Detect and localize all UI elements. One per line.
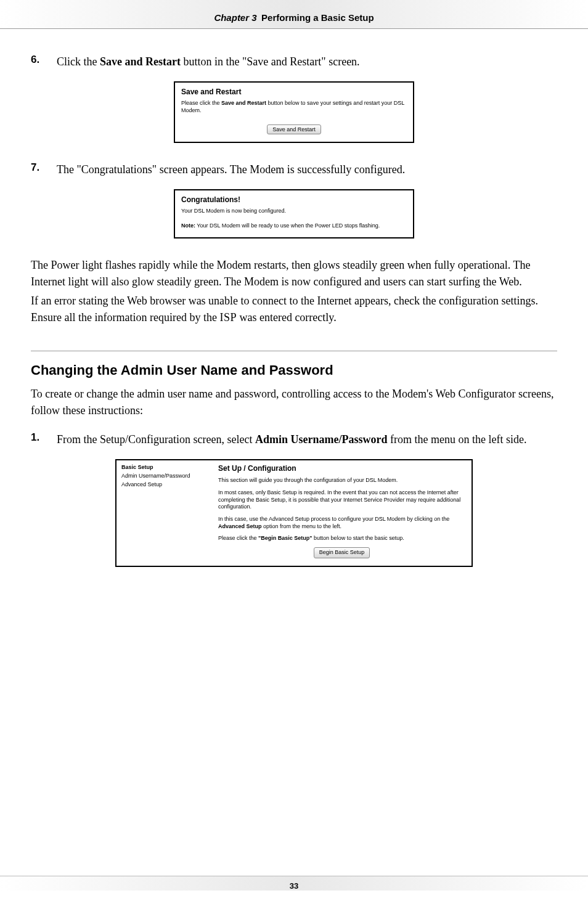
panel-title: Set Up / Configuration: [218, 464, 465, 474]
step-1: 1. From the Setup/Configuration screen, …: [31, 431, 557, 448]
step-number: 6.: [31, 54, 57, 70]
button-row: Save and Restart: [181, 123, 407, 134]
page-number: 33: [290, 881, 298, 891]
section-heading: Changing the Admin User Name and Passwor…: [31, 362, 557, 378]
sidebar-item-admin[interactable]: Admin Username/Password: [121, 473, 207, 479]
step-6: 6. Click the Save and Restart button in …: [31, 54, 557, 70]
sidebar-item-advanced[interactable]: Advanced Setup: [121, 481, 207, 487]
main-panel: Set Up / Configuration This section will…: [212, 460, 472, 566]
screenshot-setup-config: Basic Setup Admin Username/Password Adva…: [115, 459, 473, 567]
page-header: Chapter 3 Performing a Basic Setup: [0, 0, 588, 29]
chapter-title: Performing a Basic Setup: [261, 12, 374, 23]
dialog-title: Congratulations!: [181, 195, 407, 204]
page-footer: 33: [0, 876, 588, 891]
screenshot-save-restart: Save and Restart Please click the Save a…: [174, 81, 414, 143]
panel-p4: Please click the "Begin Basic Setup" but…: [218, 535, 465, 542]
panel-p2: In most cases, only Basic Setup is requi…: [218, 489, 465, 511]
panel-p3: In this case, use the Advanced Setup pro…: [218, 516, 465, 530]
dialog-desc: Your DSL Modem is now being configured.: [181, 208, 407, 215]
dialog-desc: Please click the Save and Restart button…: [181, 100, 407, 114]
step-text: From the Setup/Configuration screen, sel…: [57, 431, 557, 448]
paragraph-intro: To create or change the admin user name …: [31, 386, 557, 419]
paragraph-error: If an error stating the Web browser was …: [31, 293, 557, 326]
screenshot-congratulations: Congratulations! Your DSL Modem is now b…: [174, 189, 414, 238]
sidebar-item-basic-setup[interactable]: Basic Setup: [121, 464, 207, 470]
step-text: Click the Save and Restart button in the…: [57, 54, 557, 70]
step-7: 7. The "Congratulations" screen appears.…: [31, 161, 557, 178]
step-number: 1.: [31, 431, 57, 448]
panel-p1: This section will guide you through the …: [218, 477, 465, 484]
dialog-note: Note: Your DSL Modem will be ready to us…: [181, 222, 407, 230]
paragraph-power-light: The Power light flashes rapidly while th…: [31, 257, 557, 290]
page-content: 6. Click the Save and Restart button in …: [0, 29, 588, 567]
section-divider: [31, 351, 557, 351]
dialog-title: Save and Restart: [181, 88, 407, 96]
save-restart-button[interactable]: Save and Restart: [267, 124, 321, 134]
begin-basic-setup-button[interactable]: Begin Basic Setup: [314, 547, 370, 558]
step-number: 7.: [31, 161, 57, 178]
step-text: The "Congratulations" screen appears. Th…: [57, 161, 557, 178]
chapter-label: Chapter 3: [214, 12, 256, 23]
sidebar: Basic Setup Admin Username/Password Adva…: [116, 460, 212, 566]
button-row: Begin Basic Setup: [218, 547, 465, 558]
